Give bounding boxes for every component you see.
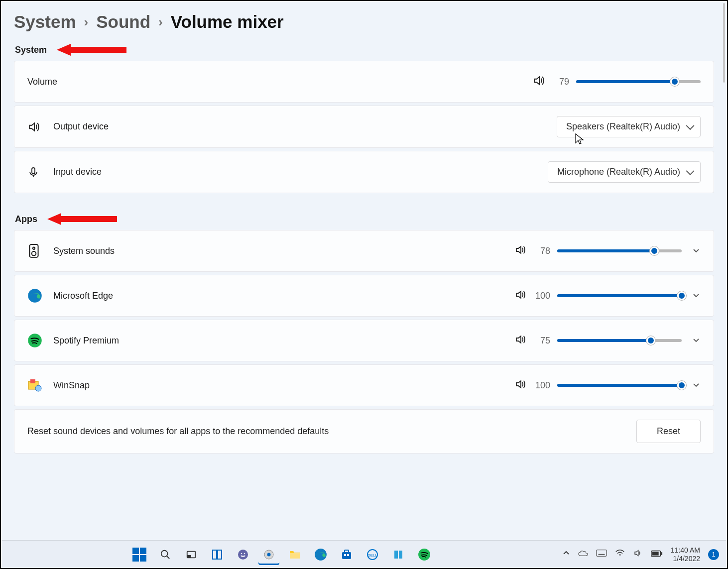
clock-date: 1/4/2022 bbox=[671, 555, 700, 563]
app-volume-row: WinSnap100 bbox=[14, 364, 714, 406]
start-button[interactable] bbox=[129, 544, 150, 565]
svg-point-17 bbox=[241, 553, 243, 554]
svg-rect-1 bbox=[32, 168, 35, 174]
svg-rect-29 bbox=[394, 551, 398, 559]
breadcrumb: System › Sound › Volume mixer bbox=[14, 12, 714, 32]
app-volume-row: System sounds78 bbox=[14, 230, 714, 272]
search-icon[interactable] bbox=[155, 544, 176, 565]
svg-rect-24 bbox=[345, 550, 349, 553]
battery-icon[interactable] bbox=[651, 549, 663, 560]
svg-rect-33 bbox=[598, 554, 605, 555]
section-heading-label: Apps bbox=[15, 214, 37, 225]
volume-value: 100 bbox=[533, 380, 550, 391]
volume-value: 100 bbox=[533, 291, 550, 301]
volume-slider[interactable] bbox=[576, 80, 701, 83]
app-volume-slider[interactable] bbox=[557, 294, 682, 297]
svg-point-16 bbox=[238, 550, 248, 560]
row-system-volume: Volume 79 bbox=[14, 61, 714, 103]
breadcrumb-current: Volume mixer bbox=[171, 12, 284, 32]
section-heading-system: System bbox=[15, 44, 714, 56]
microphone-icon bbox=[27, 166, 53, 178]
volume-value: 79 bbox=[552, 77, 569, 87]
app-label: WinSnap bbox=[53, 380, 90, 391]
section-heading-apps: Apps bbox=[15, 213, 714, 225]
chevron-right-icon: › bbox=[84, 14, 89, 30]
svg-rect-32 bbox=[597, 550, 607, 557]
tray-chevron-icon[interactable] bbox=[562, 549, 570, 560]
svg-rect-23 bbox=[342, 552, 351, 559]
svg-marker-0 bbox=[57, 44, 126, 56]
taskbar-clock[interactable]: 11:40 AM 1/4/2022 bbox=[671, 546, 700, 563]
store-icon[interactable] bbox=[336, 544, 357, 565]
spotify-taskbar-icon[interactable] bbox=[414, 544, 435, 565]
volume-icon[interactable] bbox=[514, 244, 526, 258]
section-heading-label: System bbox=[15, 45, 47, 55]
app-icon bbox=[27, 288, 53, 303]
row-label: Input device bbox=[53, 167, 102, 177]
app-label: System sounds bbox=[53, 246, 115, 256]
app-icon bbox=[27, 333, 53, 348]
volume-icon[interactable] bbox=[514, 334, 526, 348]
app-volume-row: Spotify Premium75 bbox=[14, 320, 714, 361]
task-view-icon[interactable] bbox=[181, 544, 202, 565]
app-volume-slider[interactable] bbox=[557, 249, 682, 252]
breadcrumb-sound[interactable]: Sound bbox=[96, 12, 150, 32]
svg-point-5 bbox=[32, 251, 36, 256]
svg-text:DELL: DELL bbox=[367, 553, 378, 558]
chat-icon[interactable] bbox=[233, 544, 253, 565]
svg-point-9 bbox=[35, 385, 41, 391]
volume-tray-icon[interactable] bbox=[633, 549, 643, 560]
svg-rect-14 bbox=[213, 550, 217, 559]
svg-rect-35 bbox=[652, 552, 659, 555]
svg-point-11 bbox=[161, 550, 168, 557]
chevron-right-icon: › bbox=[158, 14, 163, 30]
app-label: Spotify Premium bbox=[53, 336, 119, 346]
app-label: Microsoft Edge bbox=[53, 291, 113, 301]
volume-icon[interactable] bbox=[532, 74, 545, 90]
app-volume-slider[interactable] bbox=[557, 339, 682, 342]
expand-chevron-icon[interactable] bbox=[692, 381, 701, 390]
expand-chevron-icon[interactable] bbox=[692, 336, 701, 345]
wifi-icon[interactable] bbox=[615, 549, 625, 560]
app-icon-generic[interactable] bbox=[388, 544, 409, 565]
output-device-dropdown[interactable]: Speakers (Realtek(R) Audio) bbox=[557, 116, 701, 137]
row-output-device: Output device Speakers (Realtek(R) Audio… bbox=[14, 106, 714, 148]
svg-rect-15 bbox=[218, 550, 222, 559]
app-icon bbox=[27, 378, 53, 392]
file-explorer-icon[interactable] bbox=[284, 544, 305, 565]
reset-button[interactable]: Reset bbox=[636, 420, 701, 443]
volume-icon[interactable] bbox=[514, 378, 526, 393]
dell-icon[interactable]: DELL bbox=[362, 544, 383, 565]
notification-badge[interactable]: 1 bbox=[708, 549, 719, 560]
svg-rect-26 bbox=[347, 554, 349, 556]
scrollbar[interactable] bbox=[723, 3, 725, 83]
taskbar: DELL 11:40 AM 1/4/2022 1 bbox=[2, 540, 726, 568]
edge-taskbar-icon[interactable] bbox=[310, 544, 331, 565]
expand-chevron-icon[interactable] bbox=[692, 246, 701, 255]
settings-taskbar-icon[interactable] bbox=[258, 544, 279, 565]
input-device-dropdown[interactable]: Microphone (Realtek(R) Audio) bbox=[548, 161, 701, 183]
widgets-icon[interactable] bbox=[207, 544, 228, 565]
row-reset: Reset sound devices and volumes for all … bbox=[14, 409, 714, 454]
svg-rect-36 bbox=[661, 552, 662, 555]
row-input-device: Input device Microphone (Realtek(R) Audi… bbox=[14, 151, 714, 193]
expand-chevron-icon[interactable] bbox=[692, 291, 701, 300]
svg-rect-30 bbox=[399, 551, 402, 559]
svg-rect-10 bbox=[30, 379, 35, 383]
reset-description: Reset sound devices and volumes for all … bbox=[27, 426, 329, 437]
onedrive-icon[interactable] bbox=[578, 549, 588, 560]
volume-icon[interactable] bbox=[514, 289, 526, 303]
row-label: Output device bbox=[53, 121, 109, 132]
app-icon bbox=[27, 243, 53, 258]
svg-marker-2 bbox=[47, 213, 117, 225]
app-volume-row: Microsoft Edge100 bbox=[14, 275, 714, 317]
svg-point-4 bbox=[33, 247, 35, 249]
app-volume-slider[interactable] bbox=[557, 384, 682, 387]
svg-rect-25 bbox=[344, 554, 346, 556]
row-label: Volume bbox=[27, 77, 57, 87]
breadcrumb-system[interactable]: System bbox=[14, 12, 76, 32]
volume-value: 75 bbox=[533, 336, 550, 346]
annotation-arrow bbox=[57, 44, 126, 56]
keyboard-icon[interactable] bbox=[596, 549, 607, 560]
clock-time: 11:40 AM bbox=[671, 546, 700, 555]
